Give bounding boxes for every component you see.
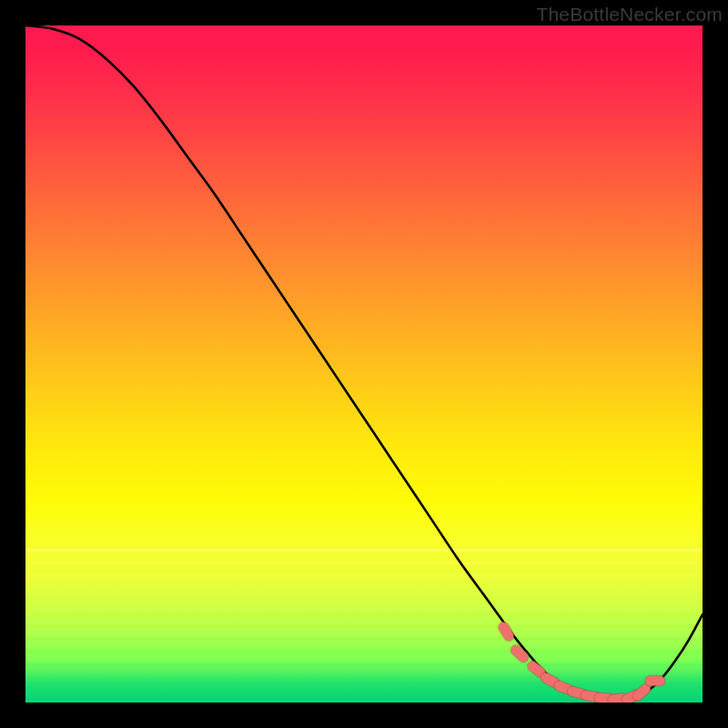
svg-line-34	[638, 689, 646, 695]
plot-area	[25, 25, 703, 703]
svg-line-18	[532, 666, 541, 672]
svg-line-16	[516, 651, 523, 658]
bottleneck-curve	[25, 25, 703, 700]
svg-line-20	[546, 678, 555, 682]
chart-frame: TheBottleNecker.com	[0, 0, 728, 728]
svg-line-14	[503, 627, 509, 636]
svg-line-22	[559, 686, 568, 690]
optimal-range-dots	[503, 627, 660, 699]
curve-layer	[25, 25, 703, 703]
attribution-text: TheBottleNecker.com	[536, 4, 723, 25]
